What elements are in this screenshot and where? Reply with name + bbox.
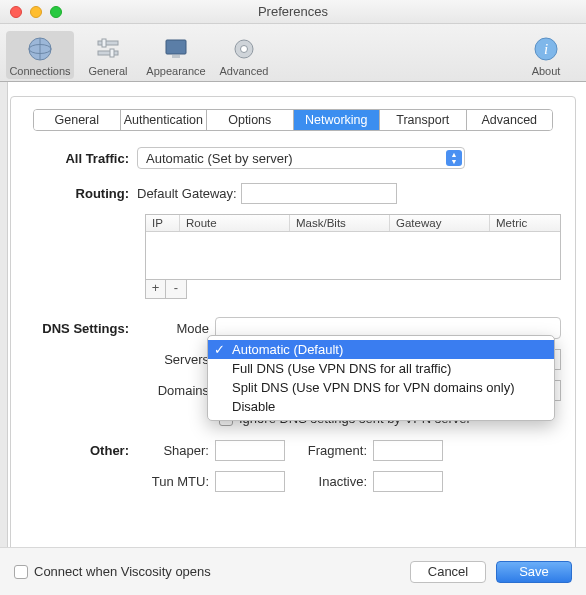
tab-general[interactable]: General: [34, 110, 121, 130]
dns-domains-label: Domains: [137, 383, 215, 398]
shaper-input[interactable]: [215, 440, 285, 461]
inactive-input[interactable]: [373, 471, 443, 492]
dns-mode-label: Mode: [137, 321, 215, 336]
col-mask[interactable]: Mask/Bits: [290, 215, 390, 231]
all-traffic-popup[interactable]: Automatic (Set by server) ▲▼: [137, 147, 465, 169]
dns-mode-option[interactable]: Full DNS (Use VPN DNS for all traffic): [208, 359, 554, 378]
tab-transport[interactable]: Transport: [380, 110, 467, 130]
connect-on-open-label: Connect when Viscosity opens: [34, 564, 211, 579]
toolbar-item-label: Advanced: [220, 65, 269, 77]
connection-settings-panel: General Authentication Options Networkin…: [10, 96, 576, 564]
shaper-label: Shaper:: [137, 443, 215, 458]
toolbar-item-label: Connections: [9, 65, 70, 77]
svg-rect-3: [98, 41, 118, 45]
tab-advanced[interactable]: Advanced: [467, 110, 553, 130]
toolbar-item-label: General: [88, 65, 127, 77]
all-traffic-label: All Traffic:: [25, 151, 137, 166]
titlebar: Preferences: [0, 0, 586, 24]
toolbar-item-label: About: [532, 65, 561, 77]
tab-authentication[interactable]: Authentication: [121, 110, 208, 130]
toolbar-advanced[interactable]: Advanced: [210, 31, 278, 79]
other-label: Other:: [25, 443, 137, 458]
dns-servers-label: Servers: [137, 352, 215, 367]
toolbar-appearance[interactable]: Appearance: [142, 31, 210, 79]
routing-label: Routing:: [25, 186, 137, 201]
window-title: Preferences: [0, 4, 586, 19]
toolbar-item-label: Appearance: [146, 65, 205, 77]
svg-rect-6: [110, 49, 114, 57]
all-traffic-value: Automatic (Set by server): [146, 151, 293, 166]
dns-mode-menu[interactable]: ✓ Automatic (Default) Full DNS (Use VPN …: [207, 335, 555, 421]
dns-mode-option[interactable]: ✓ Automatic (Default): [208, 340, 554, 359]
routing-table-body[interactable]: [146, 232, 560, 276]
display-icon: [162, 35, 190, 63]
bottom-bar: Connect when Viscosity opens Cancel Save: [0, 547, 586, 595]
sliders-icon: [94, 35, 122, 63]
remove-route-button[interactable]: -: [166, 280, 186, 298]
col-route[interactable]: Route: [180, 215, 290, 231]
svg-rect-4: [98, 51, 118, 55]
svg-point-10: [241, 46, 248, 53]
info-icon: i: [532, 35, 560, 63]
gear-icon: [230, 35, 258, 63]
tab-networking[interactable]: Networking: [294, 110, 381, 130]
checkmark-icon: ✓: [214, 342, 225, 357]
col-ip[interactable]: IP: [146, 215, 180, 231]
svg-rect-8: [172, 55, 180, 58]
chevron-updown-icon: ▲▼: [446, 150, 462, 166]
globe-icon: [26, 35, 54, 63]
routing-table-footer: + -: [145, 280, 187, 299]
svg-rect-7: [166, 40, 186, 54]
col-metric[interactable]: Metric: [490, 215, 560, 231]
toolbar-connections[interactable]: Connections: [6, 31, 74, 79]
toolbar-about[interactable]: i About: [512, 31, 580, 79]
toolbar: Connections General Appearance Advanced …: [0, 24, 586, 82]
routing-table-header: IP Route Mask/Bits Gateway Metric: [146, 215, 560, 232]
settings-tabs: General Authentication Options Networkin…: [33, 109, 553, 131]
inactive-label: Inactive:: [285, 474, 373, 489]
cancel-button[interactable]: Cancel: [410, 561, 486, 583]
tunmtu-label: Tun MTU:: [137, 474, 215, 489]
save-button[interactable]: Save: [496, 561, 572, 583]
routing-table: IP Route Mask/Bits Gateway Metric: [145, 214, 561, 280]
fragment-input[interactable]: [373, 440, 443, 461]
background-sliver: [0, 82, 8, 547]
tab-options[interactable]: Options: [207, 110, 294, 130]
dns-settings-label: DNS Settings:: [25, 321, 137, 336]
toolbar-general[interactable]: General: [74, 31, 142, 79]
connect-on-open-checkbox[interactable]: [14, 565, 28, 579]
tunmtu-input[interactable]: [215, 471, 285, 492]
col-gateway[interactable]: Gateway: [390, 215, 490, 231]
svg-rect-5: [102, 39, 106, 47]
dns-mode-option[interactable]: Split DNS (Use VPN DNS for VPN domains o…: [208, 378, 554, 397]
add-route-button[interactable]: +: [146, 280, 166, 298]
default-gateway-input[interactable]: [241, 183, 397, 204]
fragment-label: Fragment:: [285, 443, 373, 458]
dns-mode-option[interactable]: Disable: [208, 397, 554, 416]
svg-text:i: i: [544, 41, 548, 57]
default-gateway-label: Default Gateway:: [137, 186, 241, 201]
